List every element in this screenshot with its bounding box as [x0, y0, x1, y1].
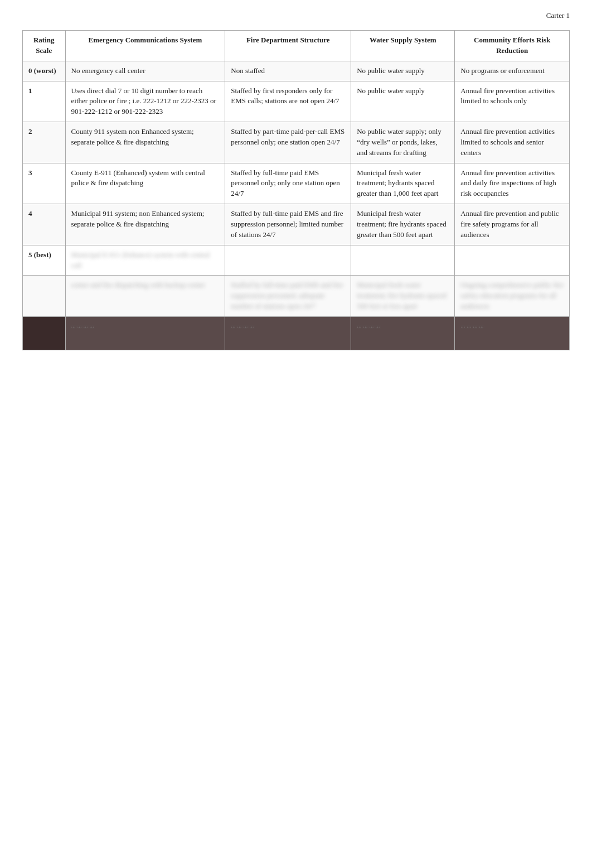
cell-community-0: No programs or enforcement — [455, 61, 570, 81]
cell-community-2: Annual fire prevention activities limite… — [455, 122, 570, 163]
col-header-water: Water Supply System — [351, 31, 455, 61]
cell-community-1: Annual fire prevention activities limite… — [455, 81, 570, 122]
cell-water-5 — [351, 245, 455, 276]
table-row: 3County E-911 (Enhanced) system with cen… — [23, 163, 570, 204]
blurred-cell-rating — [23, 276, 66, 317]
dark-cell-3: ... ... ... ... — [351, 316, 455, 350]
cell-emergency-2: County 911 system non Enhanced system; s… — [65, 122, 225, 163]
blurred-cell-fire: Staffed by full-time paid EMS and fire s… — [225, 276, 351, 317]
cell-community-3: Annual fire prevention activities and da… — [455, 163, 570, 204]
page-header: Carter 1 — [22, 11, 570, 20]
cell-fire-5 — [225, 245, 351, 276]
cell-rating-4: 4 — [23, 204, 66, 245]
table-row: 1Uses direct dial 7 or 10 digit number t… — [23, 81, 570, 122]
dark-cell-2: ... ... ... ... — [225, 316, 351, 350]
dark-cell-0 — [23, 316, 66, 350]
cell-fire-3: Staffed by full-time paid EMS personnel … — [225, 163, 351, 204]
cell-emergency-1: Uses direct dial 7 or 10 digit number to… — [65, 81, 225, 122]
cell-water-1: No public water supply — [351, 81, 455, 122]
cell-rating-5: 5 (best) — [23, 245, 66, 276]
cell-fire-0: Non staffed — [225, 61, 351, 81]
cell-fire-4: Staffed by full-time paid EMS and fire s… — [225, 204, 351, 245]
cell-water-2: No public water supply; only “dry wells”… — [351, 122, 455, 163]
cell-rating-3: 3 — [23, 163, 66, 204]
cell-community-4: Annual fire prevention and public fire s… — [455, 204, 570, 245]
dark-bar-row: ... ... ... ...... ... ... ...... ... ..… — [23, 316, 570, 350]
cell-emergency-0: No emergency call center — [65, 61, 225, 81]
cell-emergency-5: Municipal E-911 (Enhance) system with ce… — [65, 245, 225, 276]
dark-cell-1: ... ... ... ... — [65, 316, 225, 350]
col-header-fire: Fire Department Structure — [225, 31, 351, 61]
cell-emergency-3: County E-911 (Enhanced) system with cent… — [65, 163, 225, 204]
col-header-emergency: Emergency Communications System — [65, 31, 225, 61]
dark-cell-4: ... ... ... ... — [455, 316, 570, 350]
rating-table: Rating Scale Emergency Communications Sy… — [22, 30, 570, 350]
cell-water-3: Municipal fresh water treatment; hydrant… — [351, 163, 455, 204]
blurred-cell-emergency: center and fire dispatching with backup … — [65, 276, 225, 317]
cell-water-4: Municipal fresh water treatment; fire hy… — [351, 204, 455, 245]
blurred-cell-community: Ongoing comprehensive public fire safety… — [455, 276, 570, 317]
col-header-community: Community Efforts Risk Reduction — [455, 31, 570, 61]
cell-rating-2: 2 — [23, 122, 66, 163]
cell-community-5 — [455, 245, 570, 276]
cell-emergency-4: Municipal 911 system; non Enhanced syste… — [65, 204, 225, 245]
table-row: 2County 911 system non Enhanced system; … — [23, 122, 570, 163]
cell-rating-0: 0 (worst) — [23, 61, 66, 81]
table-row: 4Municipal 911 system; non Enhanced syst… — [23, 204, 570, 245]
page-number: Carter 1 — [546, 11, 570, 20]
blurred-cell-water: Municipal fresh water treatment; fire hy… — [351, 276, 455, 317]
cell-water-0: No public water supply — [351, 61, 455, 81]
cell-fire-2: Staffed by part-time paid-per-call EMS p… — [225, 122, 351, 163]
cell-fire-1: Staffed by first responders only for EMS… — [225, 81, 351, 122]
table-row: 0 (worst)No emergency call centerNon sta… — [23, 61, 570, 81]
cell-rating-1: 1 — [23, 81, 66, 122]
col-header-rating: Rating Scale — [23, 31, 66, 61]
table-row: 5 (best)Municipal E-911 (Enhance) system… — [23, 245, 570, 276]
blurred-row: center and fire dispatching with backup … — [23, 276, 570, 317]
